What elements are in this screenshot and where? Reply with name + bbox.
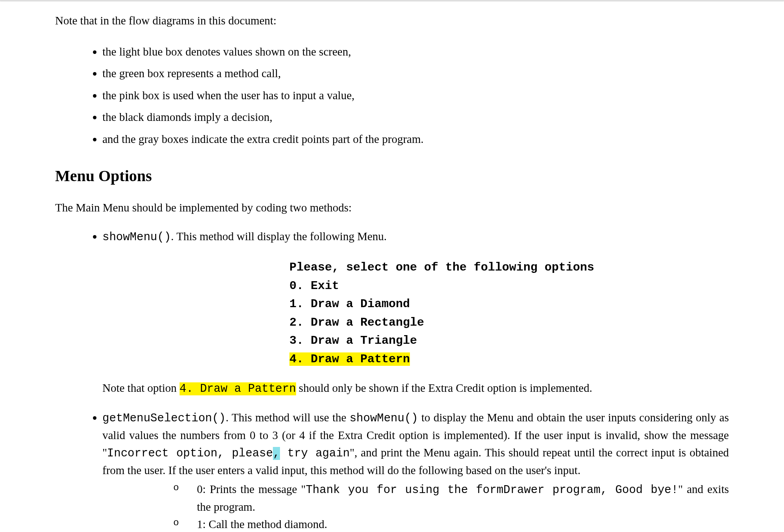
- legend-list: the light blue box denotes values shown …: [55, 41, 729, 150]
- getmenuselection-item: getMenuSelection(). This method will use…: [102, 409, 729, 532]
- method-name-getmenuselection: getMenuSelection(): [102, 412, 226, 425]
- method-name-showmenu: showMenu(): [102, 231, 171, 244]
- opt0-code: Thank you for using the formDrawer progr…: [306, 484, 678, 497]
- method-name-showmenu-inline: showMenu(): [350, 412, 418, 425]
- showmenu-suffix: . This method will display the following…: [171, 230, 387, 243]
- note-code-highlighted: 4. Draw a Pattern: [180, 382, 296, 395]
- note-prefix: Note that option: [102, 382, 180, 394]
- option-0: 0: Prints the message "Thank you for usi…: [173, 481, 729, 516]
- showmenu-note: Note that option 4. Draw a Pattern shoul…: [102, 380, 729, 398]
- opt0-a: 0: Prints the message ": [197, 483, 306, 495]
- menu-code-block: Please, select one of the following opti…: [289, 258, 729, 368]
- legend-item: the green box represents a method call,: [102, 63, 729, 85]
- error-msg-b: try again: [280, 447, 350, 460]
- methods-list-continued: getMenuSelection(). This method will use…: [55, 409, 729, 532]
- methods-intro: The Main Menu should be implemented by c…: [55, 199, 729, 217]
- note-suffix: should only be shown if the Extra Credit…: [296, 382, 592, 394]
- menu-line: 2. Draw a Rectangle: [289, 316, 424, 329]
- legend-item: the black diamonds imply a decision,: [102, 106, 729, 128]
- option-1: 1: Call the method diamond.: [173, 516, 729, 532]
- gms-text1: . This method will use the: [226, 411, 349, 424]
- intro-paragraph: Note that in the flow diagrams in this d…: [55, 12, 729, 30]
- page-top-rule: [0, 0, 784, 1]
- menu-line: 3. Draw a Triangle: [289, 334, 417, 347]
- menu-line: 1. Draw a Diamond: [289, 297, 410, 311]
- legend-item: the pink box is used when the user has t…: [102, 85, 729, 107]
- methods-list: showMenu(). This method will display the…: [55, 228, 729, 249]
- legend-item: the light blue box denotes values shown …: [102, 41, 729, 63]
- section-heading-menu-options: Menu Options: [55, 164, 729, 188]
- menu-line: 0. Exit: [289, 279, 339, 293]
- menu-line-highlighted: 4. Draw a Pattern: [289, 352, 410, 366]
- option-list: 0: Prints the message "Thank you for usi…: [102, 481, 729, 532]
- document-page: Note that in the flow diagrams in this d…: [0, 0, 784, 532]
- error-msg-comma-highlighted: ,: [273, 447, 280, 460]
- menu-line: Please, select one of the following opti…: [289, 261, 594, 274]
- showmenu-item: showMenu(). This method will display the…: [102, 228, 729, 249]
- legend-item: and the gray boxes indicate the extra cr…: [102, 128, 729, 150]
- error-msg-a: Incorrect option, please: [107, 447, 273, 460]
